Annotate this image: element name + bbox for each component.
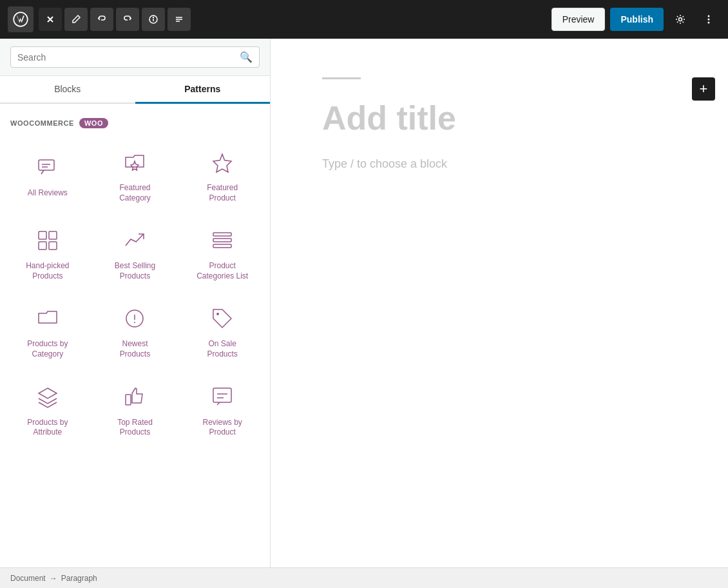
svg-point-9 — [708, 22, 710, 24]
block-label: NewestProducts — [120, 339, 150, 359]
block-products-by-category[interactable]: Products byCategory — [5, 292, 90, 368]
search-input[interactable] — [17, 52, 240, 63]
svg-point-23 — [216, 313, 219, 315]
sidebar-content: WOOCOMMERCE Woo All Reviews Featu — [0, 104, 270, 567]
folder-star-icon — [119, 147, 150, 178]
svg-point-22 — [134, 322, 135, 323]
block-on-sale-products[interactable]: On SaleProducts — [180, 292, 265, 368]
block-label: On SaleProducts — [207, 339, 237, 359]
svg-rect-25 — [126, 395, 131, 405]
svg-rect-14 — [49, 231, 57, 239]
alert-circle-icon — [119, 303, 150, 334]
block-featured-product[interactable]: FeaturedProduct — [180, 136, 265, 211]
tab-patterns[interactable]: Patterns — [135, 76, 271, 104]
trending-up-icon — [119, 225, 150, 256]
editor-line — [322, 77, 361, 79]
document-label[interactable]: Document — [10, 574, 46, 583]
wp-logo[interactable] — [8, 6, 34, 32]
status-bar: Document → Paragraph — [0, 567, 728, 588]
block-top-rated-products[interactable]: Top RatedProducts — [93, 371, 178, 446]
block-best-selling-products[interactable]: Best SellingProducts — [93, 214, 178, 289]
editor-block-placeholder[interactable]: Type / to choose a block — [322, 157, 676, 171]
block-label: Hand-pickedProducts — [26, 261, 69, 281]
arrow-separator: → — [50, 574, 57, 583]
undo-button[interactable] — [90, 8, 113, 31]
paragraph-label[interactable]: Paragraph — [61, 574, 97, 583]
section-header-woocommerce: WOOCOMMERCE Woo — [5, 114, 265, 136]
blocks-grid: All Reviews FeaturedCategory FeaturedPro… — [5, 136, 265, 446]
svg-point-7 — [708, 15, 710, 17]
svg-rect-18 — [213, 239, 231, 242]
tag-icon — [207, 303, 238, 334]
block-label: All Reviews — [28, 188, 68, 199]
block-label: FeaturedCategory — [119, 183, 151, 203]
star-icon — [207, 147, 238, 178]
svg-marker-24 — [39, 388, 57, 398]
svg-rect-16 — [49, 242, 57, 250]
block-product-categories-list[interactable]: ProductCategories List — [180, 214, 265, 289]
edit-button[interactable] — [64, 8, 88, 31]
publish-button[interactable]: Publish — [610, 8, 664, 31]
block-hand-picked-products[interactable]: Hand-pickedProducts — [5, 214, 90, 289]
main-layout: 🔍 Blocks Patterns WOOCOMMERCE Woo — [0, 39, 728, 567]
block-all-reviews[interactable]: All Reviews — [5, 136, 90, 211]
sidebar: 🔍 Blocks Patterns WOOCOMMERCE Woo — [0, 39, 271, 567]
svg-rect-26 — [213, 388, 231, 402]
list-icon — [207, 225, 238, 256]
block-label: Best SellingProducts — [115, 261, 155, 281]
editor-title[interactable]: Add title — [322, 100, 676, 137]
block-products-by-attribute[interactable]: Products byAttribute — [5, 371, 90, 446]
info-button[interactable] — [142, 8, 165, 31]
tabs: Blocks Patterns — [0, 76, 270, 104]
thumbs-up-icon — [119, 382, 150, 413]
list-view-button[interactable] — [168, 8, 191, 31]
block-label: Products byAttribute — [27, 418, 68, 438]
block-reviews-by-product[interactable]: Reviews byProduct — [180, 371, 265, 446]
svg-rect-17 — [213, 233, 231, 236]
svg-rect-13 — [39, 231, 46, 239]
svg-point-8 — [708, 19, 710, 21]
woo-badge: Woo — [79, 118, 108, 128]
close-button[interactable] — [39, 8, 62, 31]
message-square-icon — [207, 382, 238, 413]
block-label: FeaturedProduct — [207, 183, 238, 203]
editor-area: Add title Type / to choose a block + — [271, 39, 728, 567]
preview-button[interactable]: Preview — [551, 8, 606, 31]
svg-point-2 — [153, 17, 154, 18]
svg-rect-10 — [39, 160, 54, 170]
block-label: Products byCategory — [27, 339, 68, 359]
block-label: Top RatedProducts — [117, 418, 153, 438]
add-block-button[interactable]: + — [692, 77, 715, 101]
layers-icon — [32, 382, 63, 413]
toolbar: Preview Publish — [0, 0, 728, 39]
more-options-button[interactable] — [697, 8, 720, 31]
svg-rect-15 — [39, 242, 46, 250]
block-newest-products[interactable]: NewestProducts — [93, 292, 178, 368]
block-featured-category[interactable]: FeaturedCategory — [93, 136, 178, 211]
editor-content: Add title Type / to choose a block — [322, 77, 676, 171]
search-box: 🔍 — [10, 46, 260, 68]
svg-rect-19 — [213, 244, 231, 248]
block-label: Reviews byProduct — [202, 418, 242, 438]
search-icon: 🔍 — [240, 51, 253, 63]
block-label: ProductCategories List — [196, 261, 248, 281]
grid-icon — [32, 225, 63, 256]
folder-icon — [32, 303, 63, 334]
svg-point-6 — [679, 18, 682, 21]
settings-button[interactable] — [669, 8, 692, 31]
chat-icon — [32, 152, 63, 183]
redo-button[interactable] — [116, 8, 139, 31]
search-area: 🔍 — [0, 39, 270, 76]
section-title: WOOCOMMERCE — [10, 119, 74, 127]
tab-blocks[interactable]: Blocks — [0, 76, 135, 104]
